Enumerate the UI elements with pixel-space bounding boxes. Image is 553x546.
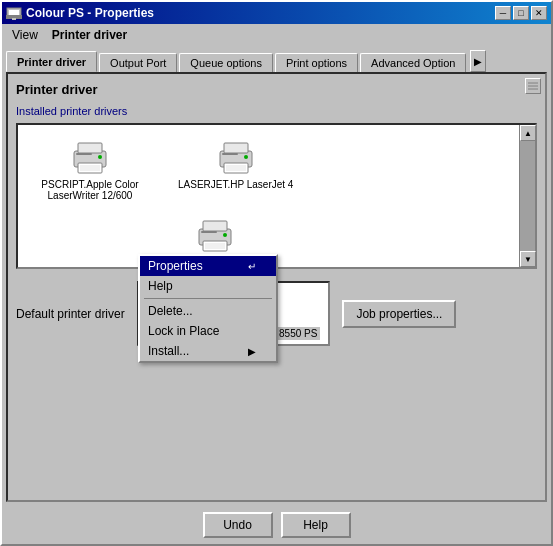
svg-rect-20 xyxy=(203,221,227,231)
driver-hp-lj4[interactable]: LASERJET.HP LaserJet 4 xyxy=(174,135,297,194)
content-area: Printer driver Installed printer drivers xyxy=(6,72,547,502)
svg-point-23 xyxy=(223,233,227,237)
tab-queue-options[interactable]: Queue options xyxy=(179,53,273,72)
drivers-row-2 xyxy=(26,213,527,257)
minimize-button[interactable]: ─ xyxy=(495,6,511,20)
default-driver-label: Default printer driver xyxy=(16,307,125,321)
maximize-button[interactable]: □ xyxy=(513,6,529,20)
svg-rect-10 xyxy=(80,165,100,171)
svg-rect-12 xyxy=(76,153,92,155)
window-icon xyxy=(6,5,22,21)
ctx-separator-1 xyxy=(144,298,272,299)
svg-rect-3 xyxy=(12,18,16,20)
driver-hp-lj4-label: LASERJET.HP LaserJet 4 xyxy=(178,179,293,190)
svg-rect-18 xyxy=(222,153,238,155)
svg-rect-8 xyxy=(78,143,102,153)
driver-hp-extra[interactable] xyxy=(191,213,239,257)
svg-rect-24 xyxy=(201,231,217,233)
driver-apple-lw[interactable]: PSCRIPT.Apple Color LaserWriter 12/600 xyxy=(26,135,154,205)
printer-icon-apple xyxy=(70,139,110,175)
svg-rect-22 xyxy=(205,243,225,249)
title-bar: Colour PS - Properties ─ □ ✕ xyxy=(2,2,551,24)
tab-more-arrow[interactable]: ▶ xyxy=(470,50,486,72)
menu-view[interactable]: View xyxy=(6,26,44,44)
ctx-properties[interactable]: Properties ↵ xyxy=(140,256,276,276)
ctx-lock[interactable]: Lock in Place xyxy=(140,321,276,341)
svg-rect-16 xyxy=(226,165,246,171)
title-bar-buttons: ─ □ ✕ xyxy=(495,6,547,20)
bottom-bar: Undo Help xyxy=(2,506,551,544)
menu-bar: View Printer driver xyxy=(2,24,551,46)
svg-point-17 xyxy=(244,155,248,159)
tab-advanced-option[interactable]: Advanced Option xyxy=(360,53,466,72)
window-title: Colour PS - Properties xyxy=(26,6,495,20)
drivers-row-1: PSCRIPT.Apple Color LaserWriter 12/600 L… xyxy=(26,135,527,205)
drivers-scrollbar: ▲ ▼ xyxy=(519,125,535,267)
tab-printer-driver[interactable]: Printer driver xyxy=(6,51,97,72)
scroll-up-button[interactable]: ▲ xyxy=(520,125,536,141)
main-window: Colour PS - Properties ─ □ ✕ View Printe… xyxy=(0,0,553,546)
context-menu: Properties ↵ Help Delete... Lock in Plac… xyxy=(138,254,278,363)
job-properties-button[interactable]: Job properties... xyxy=(342,300,456,328)
section-title: Printer driver xyxy=(16,82,537,97)
scroll-down-button[interactable]: ▼ xyxy=(520,251,536,267)
close-button[interactable]: ✕ xyxy=(531,6,547,20)
printer-icon-hp-lj4 xyxy=(216,139,256,175)
scroll-track[interactable] xyxy=(520,141,535,251)
menu-printer-driver[interactable]: Printer driver xyxy=(46,26,133,44)
ctx-delete[interactable]: Delete... xyxy=(140,301,276,321)
tabs-bar: Printer driver Output Port Queue options… xyxy=(2,46,551,72)
ctx-install[interactable]: Install... ▶ xyxy=(140,341,276,361)
tab-output-port[interactable]: Output Port xyxy=(99,53,177,72)
svg-rect-14 xyxy=(224,143,248,153)
scroll-corner-icon xyxy=(525,78,541,94)
help-button[interactable]: Help xyxy=(281,512,351,538)
svg-point-11 xyxy=(98,155,102,159)
undo-button[interactable]: Undo xyxy=(203,512,273,538)
drivers-area: PSCRIPT.Apple Color LaserWriter 12/600 L… xyxy=(16,123,537,269)
installed-label: Installed printer drivers xyxy=(16,105,537,117)
driver-apple-label: PSCRIPT.Apple Color LaserWriter 12/600 xyxy=(30,179,150,201)
tab-print-options[interactable]: Print options xyxy=(275,53,358,72)
printer-icon-extra xyxy=(195,217,235,253)
ctx-help[interactable]: Help xyxy=(140,276,276,296)
